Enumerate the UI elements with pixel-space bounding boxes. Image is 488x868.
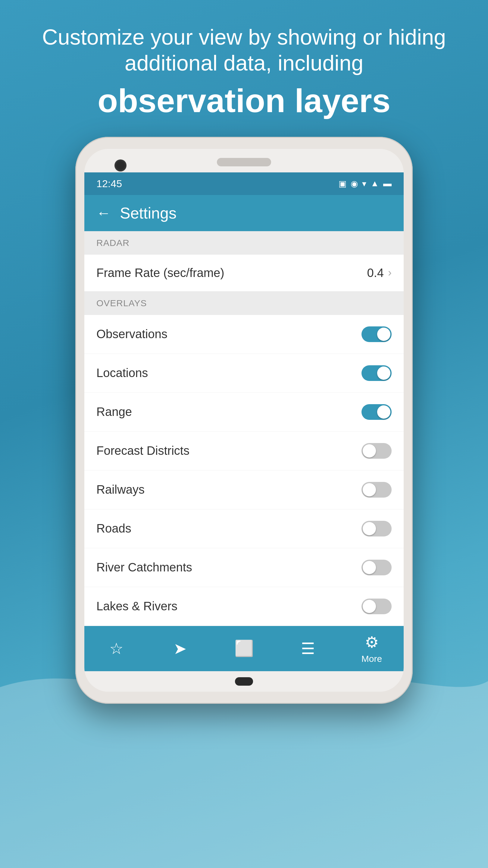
range-thumb (377, 405, 390, 418)
gear-icon: ⚙ (365, 633, 379, 651)
forecast-districts-toggle[interactable] (361, 443, 392, 459)
roads-toggle[interactable] (361, 521, 392, 536)
bottom-nav: ☆ ➤ ⬜ ☰ ⚙ More (84, 626, 404, 671)
home-button[interactable] (235, 677, 253, 686)
locations-thumb (377, 367, 390, 380)
row-observations: Observations (84, 315, 404, 354)
header-subtitle: Customize your view by showing or hiding… (18, 24, 470, 76)
chevron-icon: › (388, 267, 392, 279)
status-icons: ▣ ◉ ▾ ▲ ▬ (338, 179, 392, 189)
nav-map[interactable]: ⬜ (212, 639, 276, 658)
nav-more[interactable]: ⚙ More (340, 633, 404, 664)
speaker (217, 158, 271, 166)
app-bar-title: Settings (120, 204, 176, 222)
sim-icon: ▣ (338, 179, 347, 189)
railways-thumb (363, 483, 376, 496)
navigate-icon: ➤ (173, 640, 187, 658)
screen: 12:45 ▣ ◉ ▾ ▲ ▬ ← Settings RADAR Frame R… (84, 173, 404, 671)
section-header-overlays: OVERLAYS (84, 291, 404, 315)
nav-favourites[interactable]: ☆ (84, 640, 148, 658)
list-icon: ☰ (301, 640, 315, 658)
back-button[interactable]: ← (96, 205, 111, 221)
range-toggle[interactable] (361, 404, 392, 420)
roads-label: Roads (96, 522, 131, 535)
status-time: 12:45 (96, 178, 122, 190)
lakes-rivers-label: Lakes & Rivers (96, 599, 177, 613)
river-catchments-thumb (363, 561, 376, 574)
observations-toggle[interactable] (361, 327, 392, 342)
frame-rate-label: Frame Rate (sec/frame) (96, 266, 224, 280)
star-icon: ☆ (109, 640, 124, 658)
frame-rate-right: 0.4 › (367, 266, 392, 280)
row-frame-rate[interactable]: Frame Rate (sec/frame) 0.4 › (84, 255, 404, 291)
forecast-districts-label: Forecast Districts (96, 444, 190, 458)
header-title: observation layers (18, 82, 470, 119)
location-icon: ◉ (351, 179, 358, 189)
nav-location[interactable]: ➤ (148, 640, 212, 658)
battery-icon: ▬ (383, 179, 392, 188)
more-label: More (361, 654, 382, 664)
frame-rate-value: 0.4 (367, 266, 384, 280)
railways-label: Railways (96, 483, 144, 496)
header-section: Customize your view by showing or hiding… (0, 0, 488, 137)
locations-toggle[interactable] (361, 365, 392, 381)
row-forecast-districts: Forecast Districts (84, 432, 404, 470)
forecast-districts-thumb (363, 444, 376, 458)
row-lakes-rivers: Lakes & Rivers (84, 587, 404, 626)
range-label: Range (96, 405, 132, 418)
observations-label: Observations (96, 327, 167, 341)
phone-top (84, 149, 404, 173)
river-catchments-toggle[interactable] (361, 560, 392, 575)
row-roads: Roads (84, 509, 404, 548)
lakes-rivers-toggle[interactable] (361, 598, 392, 614)
signal-icon: ▲ (370, 179, 379, 188)
nav-list[interactable]: ☰ (276, 640, 340, 658)
river-catchments-label: River Catchments (96, 561, 192, 574)
status-bar: 12:45 ▣ ◉ ▾ ▲ ▬ (84, 173, 404, 195)
railways-toggle[interactable] (361, 482, 392, 498)
phone-bottom (84, 671, 404, 692)
map-icon: ⬜ (234, 639, 254, 658)
app-bar: ← Settings (84, 195, 404, 231)
locations-label: Locations (96, 366, 148, 380)
phone-inner: 12:45 ▣ ◉ ▾ ▲ ▬ ← Settings RADAR Frame R… (84, 149, 404, 692)
section-header-radar: RADAR (84, 231, 404, 255)
row-range: Range (84, 393, 404, 432)
lakes-rivers-thumb (363, 600, 376, 613)
row-railways: Railways (84, 470, 404, 509)
phone-frame: 12:45 ▣ ◉ ▾ ▲ ▬ ← Settings RADAR Frame R… (75, 137, 413, 704)
observations-thumb (377, 328, 390, 341)
roads-thumb (363, 522, 376, 535)
camera (115, 159, 127, 172)
row-locations: Locations (84, 354, 404, 393)
row-river-catchments: River Catchments (84, 548, 404, 587)
wifi-icon: ▾ (362, 179, 366, 189)
